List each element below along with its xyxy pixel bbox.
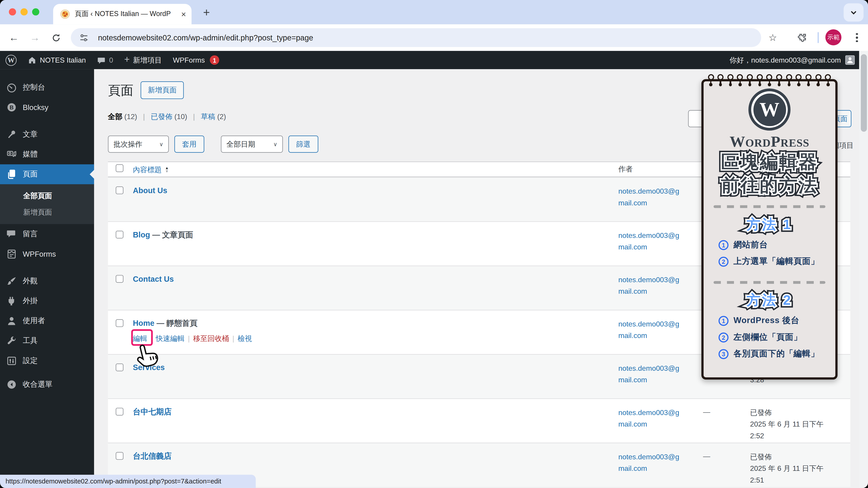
sidebar-label: 控制台 <box>23 83 45 92</box>
address-bar[interactable]: notesdemowebsite02.com/wp-admin/edit.php… <box>71 28 761 47</box>
author-link[interactable]: notes.demo003@gmail.com <box>618 451 703 474</box>
row-checkbox[interactable] <box>116 408 123 416</box>
new-tab-button[interactable]: + <box>198 4 215 21</box>
view-action[interactable]: 檢視 <box>238 334 252 343</box>
maximize-window-button[interactable] <box>32 8 39 15</box>
author-link[interactable]: notes.demo003@gmail.com <box>618 230 703 253</box>
sidebar-item-comments[interactable]: 留言 <box>0 224 94 244</box>
page-title-link[interactable]: Contact Us <box>133 274 174 283</box>
author-link[interactable]: notes.demo003@gmail.com <box>618 318 703 341</box>
page-title-link[interactable]: 台北信義店 <box>133 451 172 460</box>
browser-tab[interactable]: 頁面 ‹ NOTES Italian — WordP × <box>53 4 191 24</box>
tab-close-icon[interactable]: × <box>181 10 186 18</box>
comments-menu[interactable]: 0 <box>91 51 119 69</box>
reload-icon[interactable] <box>48 29 64 46</box>
all-dates-select[interactable]: 全部日期 ∨ <box>221 135 283 153</box>
tab-search-chevron-icon[interactable] <box>844 3 864 22</box>
sidebar-item-all-pages[interactable]: 全部頁面 <box>0 188 94 204</box>
wordpress-logo-icon: W <box>748 89 790 131</box>
scrollbar-thumb[interactable] <box>861 54 867 132</box>
page-title-link[interactable]: About Us <box>133 186 167 195</box>
sidebar-label: 使用者 <box>23 316 45 326</box>
sidebar-item-tools[interactable]: 工具 <box>0 331 94 351</box>
author-link[interactable]: notes.demo003@gmail.com <box>618 362 703 386</box>
author-link[interactable]: notes.demo003@gmail.com <box>618 407 703 430</box>
site-settings-tune-icon[interactable] <box>79 32 89 43</box>
wp-admin-bar: W NOTES Italian 0 + 新增項目 WPForms 1 你好，no… <box>0 51 859 69</box>
dashed-divider <box>714 281 826 284</box>
profile-avatar[interactable]: 示範 <box>825 29 841 45</box>
wordpress-logo-icon: W <box>5 55 17 66</box>
sidebar-item-wpforms[interactable]: WPForms <box>0 244 94 264</box>
tab-strip: 頁面 ‹ NOTES Italian — WordP × + <box>0 0 868 24</box>
sidebar-item-posts[interactable]: 文章 <box>0 125 94 144</box>
extensions-puzzle-icon[interactable] <box>793 29 810 46</box>
column-title-sort[interactable]: 內容標題 ▲ ▼ <box>133 165 169 175</box>
wp-logo-menu[interactable]: W <box>0 51 22 69</box>
row-checkbox[interactable] <box>116 275 123 283</box>
new-item-menu[interactable]: + 新增項目 <box>119 51 167 69</box>
sidebar-item-settings[interactable]: 設定 <box>0 351 94 371</box>
media-icon <box>6 149 17 160</box>
step-number-icon: 2 <box>719 256 728 266</box>
sidebar-item-plugins[interactable]: 外掛 <box>0 291 94 311</box>
forward-icon[interactable]: → <box>27 29 43 46</box>
page-title-link[interactable]: Blog <box>133 230 150 239</box>
site-name: NOTES Italian <box>40 56 86 64</box>
sidebar-label: 留言 <box>23 229 37 239</box>
select-all-checkbox[interactable] <box>116 164 123 172</box>
browser-menu-icon[interactable] <box>851 29 863 46</box>
sidebar-item-add-page[interactable]: 新增頁面 <box>0 204 94 221</box>
close-window-button[interactable] <box>9 8 16 15</box>
page-title-link[interactable]: 台中七期店 <box>133 407 172 416</box>
filter-published[interactable]: 已發佈 <box>151 112 173 121</box>
filter-all[interactable]: 全部 <box>108 112 123 121</box>
sidebar-item-pages[interactable]: 頁面 <box>0 164 94 184</box>
add-new-page-button[interactable]: 新增頁面 <box>141 81 184 99</box>
row-checkbox[interactable] <box>116 186 123 194</box>
wpforms-menu[interactable]: WPForms 1 <box>167 51 225 69</box>
page-title-link[interactable]: Home <box>133 319 154 328</box>
plus-icon: + <box>124 55 129 64</box>
user-avatar[interactable] <box>845 55 855 65</box>
method2-step3: 3各別頁面下的「編輯」 <box>719 349 835 359</box>
author-link[interactable]: notes.demo003@gmail.com <box>618 185 703 208</box>
note-title-line2: 前往的方法 <box>721 174 818 197</box>
filter-draft[interactable]: 草稿 <box>201 112 215 121</box>
sidebar-label: 設定 <box>23 356 37 366</box>
bulk-actions-value: 批次操作 <box>114 139 142 149</box>
step-number-icon: 1 <box>719 240 728 250</box>
url-text[interactable]: notesdemowebsite02.com/wp-admin/edit.php… <box>98 33 313 42</box>
author-link[interactable]: notes.demo003@gmail.com <box>618 274 703 297</box>
apply-button[interactable]: 套用 <box>174 135 204 153</box>
sidebar-item-dashboard[interactable]: 控制台 <box>0 77 94 97</box>
wp-sidebar: 控制台 B Blocksy 文章 媒體 頁面 全部頁面 新增頁面 留言 <box>0 69 94 488</box>
sidebar-item-users[interactable]: 使用者 <box>0 311 94 331</box>
greeting-account[interactable]: 你好，notes.demo003@gmail.com <box>730 55 841 65</box>
bookmark-star-icon[interactable]: ☆ <box>765 29 781 46</box>
bulk-actions-select[interactable]: 批次操作 ∨ <box>108 135 169 153</box>
collapse-arrow-icon <box>6 379 17 390</box>
wrench-icon <box>6 335 17 346</box>
row-checkbox[interactable] <box>116 452 123 460</box>
minimize-window-button[interactable] <box>21 8 28 15</box>
sidebar-item-blocksy[interactable]: B Blocksy <box>0 97 94 117</box>
wpforms-badge: 1 <box>210 55 219 65</box>
trash-action[interactable]: 移至回收桶 <box>193 334 229 343</box>
site-name-menu[interactable]: NOTES Italian <box>22 51 91 69</box>
row-checkbox[interactable] <box>116 231 123 238</box>
filter-button[interactable]: 篩選 <box>288 135 318 153</box>
sidebar-item-appearance[interactable]: 外觀 <box>0 271 94 291</box>
pages-submenu: 全部頁面 新增頁面 <box>0 184 94 224</box>
back-icon[interactable]: ← <box>5 29 22 46</box>
tab-title: 頁面 ‹ NOTES Italian — WordP <box>75 9 178 19</box>
sidebar-item-collapse-menu[interactable]: 收合選單 <box>0 375 94 394</box>
pizza-favicon-icon <box>60 9 70 19</box>
sidebar-item-media[interactable]: 媒體 <box>0 144 94 164</box>
row-checkbox[interactable] <box>116 319 123 327</box>
sidebar-label: 外掛 <box>23 296 37 306</box>
scrollbar-track[interactable] <box>859 51 868 488</box>
method-1-title: 方法 1 <box>747 215 793 233</box>
sidebar-label: WPForms <box>23 250 56 258</box>
row-checkbox[interactable] <box>116 363 123 371</box>
